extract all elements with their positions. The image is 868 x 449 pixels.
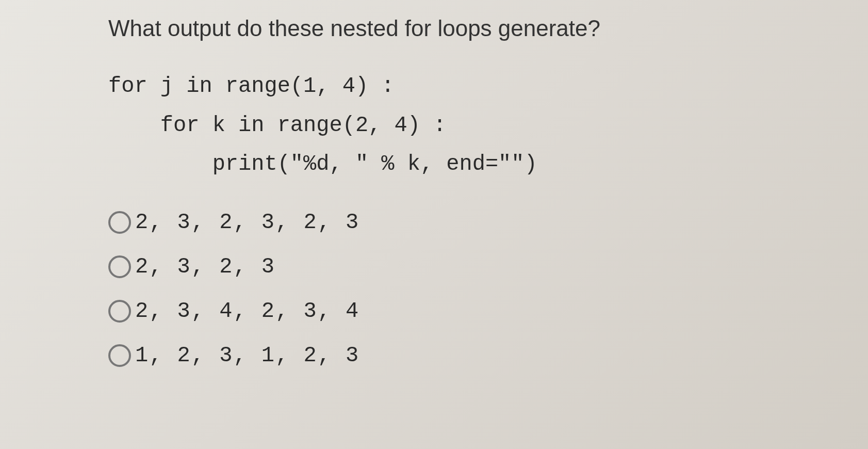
radio-icon	[108, 255, 131, 278]
code-line-1: for j in range(1, 4) :	[108, 74, 395, 99]
option-label: 2, 3, 2, 3	[135, 254, 275, 279]
code-line-3: print("%d, " % k, end="")	[108, 152, 537, 177]
code-line-2: for k in range(2, 4) :	[108, 113, 446, 138]
radio-icon	[108, 344, 131, 367]
option-label: 2, 3, 2, 3, 2, 3	[135, 210, 359, 235]
option-label: 2, 3, 4, 2, 3, 4	[135, 299, 359, 324]
code-block: for j in range(1, 4) : for k in range(2,…	[108, 67, 760, 184]
radio-icon	[108, 211, 131, 234]
quiz-container: What output do these nested for loops ge…	[0, 0, 868, 383]
option-label: 1, 2, 3, 1, 2, 3	[135, 343, 359, 368]
options-group: 2, 3, 2, 3, 2, 3 2, 3, 2, 3 2, 3, 4, 2, …	[108, 210, 760, 368]
option-3[interactable]: 2, 3, 4, 2, 3, 4	[108, 299, 760, 324]
option-1[interactable]: 2, 3, 2, 3, 2, 3	[108, 210, 760, 235]
radio-icon	[108, 300, 131, 323]
option-4[interactable]: 1, 2, 3, 1, 2, 3	[108, 343, 760, 368]
question-text: What output do these nested for loops ge…	[108, 15, 760, 41]
option-2[interactable]: 2, 3, 2, 3	[108, 254, 760, 279]
